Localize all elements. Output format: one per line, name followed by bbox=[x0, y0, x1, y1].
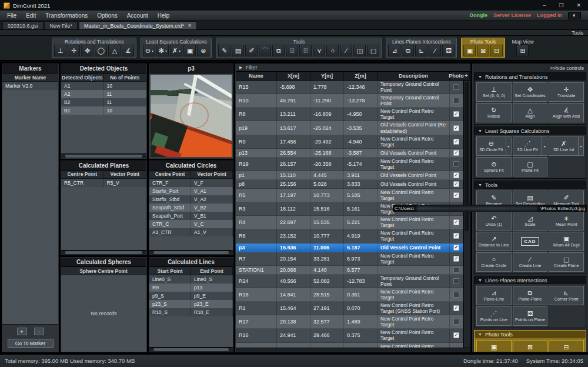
photo-checkbox-checked[interactable]: ✓ bbox=[453, 125, 459, 131]
set-origin-toolbar-button[interactable]: ⊥ bbox=[54, 45, 66, 56]
photo-checkbox-unchecked[interactable] bbox=[453, 319, 459, 325]
set-coordinates-button[interactable]: ✥Set Coordinates bbox=[513, 82, 548, 102]
delete-photo-toolbar-button[interactable]: ⊠ bbox=[477, 45, 489, 56]
points-on-line-button[interactable]: ⋰Points on Line bbox=[476, 306, 512, 326]
points-row-r16[interactable]: R1624.94129.4660.375New Control Point Re… bbox=[236, 329, 463, 342]
vertical-scrollbar[interactable] bbox=[463, 81, 470, 348]
table-row[interactable]: R10_SR10_E bbox=[149, 308, 233, 316]
points-row-r17[interactable]: R1720.13832.5771.489New Control Point Re… bbox=[236, 315, 463, 329]
photo-checkbox-checked[interactable]: ✓ bbox=[453, 181, 459, 187]
points-row-r6[interactable]: R623.15210.7774.919New Control Point Ret… bbox=[236, 229, 463, 243]
3d-line-fit-toolbar-button[interactable]: ✻▾ bbox=[156, 45, 169, 56]
3d-line-int-toolbar-button[interactable]: ✗▾ bbox=[170, 45, 182, 56]
points-row-r5[interactable]: R517.19710.7735.105New Control Point Ret… bbox=[236, 189, 463, 202]
plane-line-toolbar-button[interactable]: ⊿ bbox=[388, 45, 400, 56]
3d-circle-fit-toolbar-button[interactable]: ⊖▾ bbox=[143, 45, 155, 56]
photo-checkbox-unchecked[interactable] bbox=[453, 84, 459, 90]
rotate-toolbar-button[interactable]: ◯ bbox=[95, 45, 107, 56]
align-button[interactable]: △Align bbox=[513, 103, 548, 122]
plane-plane-button[interactable]: ⧉Plane-Plane bbox=[513, 286, 548, 305]
table-row[interactable]: Starfix_StbdV_A2 bbox=[149, 195, 233, 203]
points-on-plane-button[interactable]: ⚄Points on Plane bbox=[513, 306, 548, 326]
menu-item-file[interactable]: File bbox=[7, 12, 16, 19]
points-row-r10[interactable]: R1045.791-11.290-13.278Temporary Ground … bbox=[236, 94, 463, 108]
tab-020319-6-gsi[interactable]: 020319.6.gsi bbox=[2, 21, 44, 29]
3d-line-fit-button[interactable]: ⋰3D Line Fit▾ bbox=[513, 136, 548, 156]
translate-toolbar-button[interactable]: ✥ bbox=[81, 45, 93, 56]
plane-fit-toolbar-button[interactable]: ▣ bbox=[183, 45, 196, 56]
points-row-p8[interactable]: p825.1565.0283.833Old Vessels Control Po… bbox=[236, 180, 463, 189]
points-row-station1[interactable]: STATION120.0684.1406.577 bbox=[236, 266, 463, 275]
cad-toolbar-button[interactable]: ◫ bbox=[353, 45, 366, 56]
mean-all-dupl-button[interactable]: ▣Mean All Dupl bbox=[549, 232, 584, 251]
hide-controls-link[interactable]: >>hide controls bbox=[473, 64, 587, 72]
filter-bar[interactable]: ▶ Filter bbox=[236, 64, 470, 72]
points-row-r24[interactable]: R2440.56652.082-12.783Temporary Ground C… bbox=[236, 275, 463, 288]
tab-master-in-boats-coordinate-system-crd[interactable]: Master_in_Boats_Coordinate_System.crd*✕ bbox=[79, 21, 197, 29]
table-row[interactable]: R5_CTRR5_V bbox=[61, 179, 146, 187]
table-row[interactable]: CTR_FV_F bbox=[149, 179, 233, 187]
set-origin-button[interactable]: ⊥Set (0, 0, 0) bbox=[476, 82, 512, 102]
update-paths-button[interactable]: ⊟Update path(s) bbox=[549, 340, 584, 352]
theme-toggle[interactable]: ◐ bbox=[568, 12, 581, 19]
points-on-plane-toolbar-button[interactable]: ⚄ bbox=[442, 45, 455, 56]
photo-checkbox-checked[interactable]: ✓ bbox=[453, 139, 459, 145]
horizontal-scrollbar[interactable] bbox=[61, 250, 146, 255]
remove-marker-button[interactable]: - bbox=[34, 328, 44, 335]
delete-photo-button[interactable]: ⊠Delete Photo bbox=[513, 340, 548, 352]
points-row-p1[interactable]: p115.1104.4453.911Old Vessels Control Po… bbox=[236, 171, 463, 180]
create-plane-button[interactable]: ▢Create Plane bbox=[549, 252, 584, 272]
set-coordinates-toolbar-button[interactable]: ✛ bbox=[68, 45, 80, 56]
photo-checkbox-checked[interactable]: ✓ bbox=[453, 305, 459, 311]
points-row-p13[interactable]: p1326.554-25.168-3.587Old Vessels Contro… bbox=[236, 149, 463, 158]
scale-button[interactable]: ◿Scale bbox=[513, 211, 548, 231]
dropdown-arrow-icon[interactable]: ▾ bbox=[506, 137, 511, 155]
photo-checkbox-unchecked[interactable] bbox=[453, 278, 459, 284]
corner-point-toolbar-button[interactable]: ⊾ bbox=[415, 45, 427, 56]
create-circle-toolbar-button[interactable]: ○ bbox=[326, 45, 339, 56]
photo-checkbox-checked[interactable]: ✓ bbox=[453, 111, 459, 117]
plane-line-button[interactable]: ⊿Plane-Line bbox=[476, 286, 512, 305]
photo-checkbox-unchecked[interactable] bbox=[453, 292, 459, 298]
column-header-x-m[interactable]: X[m] bbox=[277, 72, 310, 80]
photo-checkbox-checked[interactable]: ✓ bbox=[453, 245, 459, 251]
horizontal-scrollbar[interactable] bbox=[149, 250, 233, 255]
plane-fit-button[interactable]: ▢Plane Fit bbox=[513, 157, 548, 176]
column-header-y-m[interactable]: Y[m] bbox=[310, 72, 344, 80]
measure-tool-toolbar-button[interactable]: ✐ bbox=[245, 45, 258, 56]
points-row-r19[interactable]: R1926.157-20.358-5.174New Control Point … bbox=[236, 158, 463, 171]
send-to-cad-button[interactable]: CAD bbox=[513, 232, 548, 251]
align-with-axis-toolbar-button[interactable]: ∡ bbox=[122, 45, 134, 56]
create-circle-button[interactable]: ○Create Circle bbox=[476, 252, 512, 272]
section-header[interactable]: ▼Rotations and Translations bbox=[475, 73, 586, 81]
points-row-r8[interactable]: R813.211-16.809-4.950New Control Point R… bbox=[236, 108, 463, 121]
align-toolbar-button[interactable]: △ bbox=[108, 45, 121, 56]
mean-all-dupl-toolbar-button[interactable]: ⌹ bbox=[299, 45, 312, 56]
photo-checkbox-checked[interactable]: ✓ bbox=[453, 172, 459, 178]
add-photo-button[interactable]: ▣Add Photo bbox=[476, 340, 512, 352]
points-row-r18[interactable]: R1814.84128.5150.351New Control Point Re… bbox=[236, 288, 463, 302]
create-plane-toolbar-button[interactable]: ▢ bbox=[367, 45, 379, 56]
section-header[interactable]: ▼Lines-Planes Intersections bbox=[475, 276, 586, 284]
menu-item-help[interactable]: Help bbox=[158, 12, 170, 19]
points-row-r15[interactable]: R15-5.6981.778-12.346Temporary Ground Co… bbox=[236, 81, 463, 94]
mean-point-button[interactable]: ∗Mean Point bbox=[549, 211, 584, 231]
table-row[interactable]: Seapath_StbdV_B2 bbox=[149, 203, 233, 212]
undo-button[interactable]: ↶Undo (1) bbox=[476, 211, 512, 231]
table-row[interactable]: A211 bbox=[61, 90, 146, 98]
points-row-p3[interactable]: p315.93611.0065.187Old Vessels Control P… bbox=[236, 243, 463, 252]
column-header-name[interactable]: Name bbox=[236, 72, 277, 80]
distance-to-line-button[interactable]: ↗Distance to Line bbox=[476, 232, 512, 251]
points-row-r7[interactable]: R720.15433.2816.973New Control Point Ret… bbox=[236, 252, 463, 266]
photo-checkbox-checked[interactable]: ✓ bbox=[453, 192, 459, 198]
plane-plane-toolbar-button[interactable]: ⧉ bbox=[402, 45, 414, 56]
photo-checkbox-unchecked[interactable] bbox=[453, 267, 459, 273]
table-row[interactable]: Line0_SLine0_S bbox=[149, 275, 233, 283]
photo-checkbox-checked[interactable]: ✓ bbox=[453, 233, 459, 239]
align-with-axis-button[interactable]: ∡Align with Axis bbox=[549, 103, 584, 122]
go-to-marker-button[interactable]: Go To Marker bbox=[8, 339, 54, 348]
map-view-toolbar-button[interactable]: ⊞ bbox=[516, 45, 529, 56]
points-row-r9[interactable]: R917.456-29.492-4.940New Control Point R… bbox=[236, 135, 463, 149]
table-row[interactable]: A1_CTRA1_V bbox=[149, 228, 233, 236]
add-photo-toolbar-button[interactable]: ▣ bbox=[463, 45, 476, 56]
